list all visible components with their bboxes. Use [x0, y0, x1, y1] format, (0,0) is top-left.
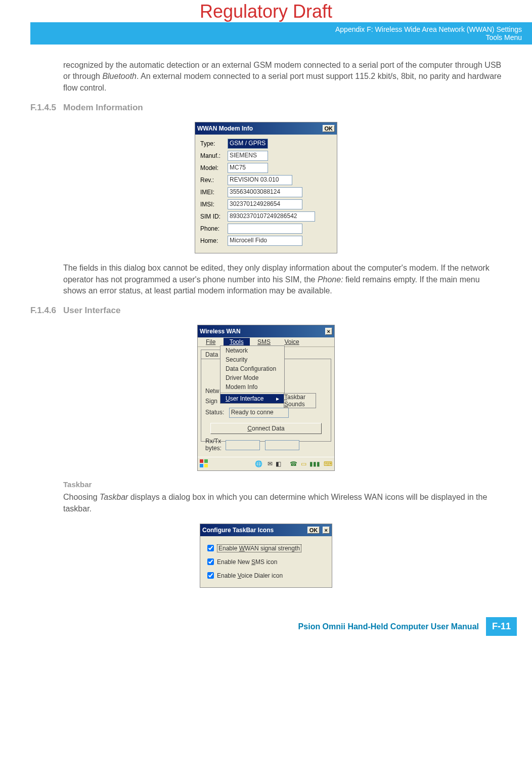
- dialog-title: Wireless WAN: [200, 328, 241, 335]
- taskbar-heading: Taskbar: [63, 480, 502, 489]
- checkbox[interactable]: [207, 572, 214, 579]
- checkbox-row: Enable New SMS icon: [205, 557, 327, 567]
- checkbox-label: Enable Voice Dialer icon: [217, 572, 283, 579]
- label-rxtx: Rx/Tx bytes:: [205, 438, 226, 451]
- titlebar: Wireless WAN ×: [198, 325, 334, 337]
- field-label: SIM ID:: [200, 213, 228, 220]
- regulatory-draft-banner: Regulatory Draft: [0, 0, 532, 22]
- menu-voice[interactable]: Voice: [278, 338, 305, 346]
- menu-item[interactable]: Network: [220, 346, 284, 355]
- header-line2: Tools Menu: [30, 33, 522, 41]
- close-button[interactable]: ×: [325, 328, 332, 335]
- field-label: IMSI:: [200, 201, 228, 208]
- header-line1: Appendix F: Wireless Wide Area Network (…: [30, 25, 522, 33]
- system-tray: 🌐 ✉ ◧ ☎ ▭ ▮▮▮ ⌨: [255, 460, 332, 467]
- checkbox-label: Enable WWAN signal strength: [217, 544, 301, 552]
- footer-text: Psion Omnii Hand-Held Computer User Manu…: [298, 622, 479, 631]
- checkbox-row: Enable Voice Dialer icon: [205, 571, 327, 580]
- titlebar: Configure TaskBar Icons OK ×: [200, 524, 332, 536]
- wwan-modem-info-dialog: WWAN Modem Info OK Type:GSM / GPRSManuf.…: [195, 122, 337, 253]
- close-button[interactable]: ×: [323, 527, 330, 534]
- checkbox[interactable]: [207, 545, 214, 551]
- battery-icon[interactable]: ▭: [301, 460, 306, 467]
- modem-desc: The fields in this dialog box cannot be …: [63, 263, 502, 296]
- field-value: SIEMENS: [228, 151, 268, 161]
- submenu-taskbar[interactable]: Taskbar: [284, 394, 316, 401]
- field-label: Phone:: [200, 225, 228, 232]
- tab-data[interactable]: Data: [201, 350, 223, 359]
- section-title: User Interface: [63, 306, 120, 316]
- section-f146: F.1.4.6 User Interface: [30, 306, 502, 316]
- field-value: Microcell Fido: [228, 236, 302, 246]
- checkbox[interactable]: [207, 558, 214, 565]
- field-value: MC75: [228, 163, 268, 173]
- form-row: IMEI:355634003088124: [200, 187, 332, 197]
- page-header: Appendix F: Wireless Wide Area Network (…: [30, 22, 532, 45]
- ok-button[interactable]: OK: [307, 527, 320, 534]
- page-number: F-11: [486, 617, 517, 636]
- rx-value: [226, 440, 260, 450]
- menu-item[interactable]: Security: [220, 355, 284, 364]
- field-value: GSM / GPRS: [228, 139, 268, 149]
- menu-item[interactable]: Modem Info: [220, 382, 284, 392]
- label-network: Netw: [205, 387, 219, 395]
- caps-icon[interactable]: ⌨: [324, 460, 332, 467]
- field-label: Home:: [200, 237, 228, 244]
- svg-rect-3: [204, 464, 208, 467]
- form-row: Manuf.:SIEMENS: [200, 151, 332, 161]
- configure-taskbar-dialog: Configure TaskBar Icons OK × Enable WWAN…: [200, 524, 332, 588]
- tx-value: [265, 440, 299, 450]
- form-row: Rev.:REVISION 03.010: [200, 175, 332, 185]
- wireless-wan-dialog: Wireless WAN × File Tools SMS Voice Data…: [197, 325, 335, 471]
- field-value: 89302370107249286542: [228, 211, 315, 222]
- field-label: Type:: [200, 140, 228, 147]
- start-icon[interactable]: [200, 459, 208, 469]
- menu-tools[interactable]: Tools: [224, 338, 250, 346]
- form-row: IMSI:302370124928654: [200, 199, 332, 209]
- titlebar: WWAN Modem Info OK: [195, 122, 337, 135]
- menu-item[interactable]: Data Configuration: [220, 364, 284, 373]
- field-value: REVISION 03.010: [228, 175, 292, 185]
- user-interface-submenu: Taskbar Sounds: [284, 393, 316, 408]
- globe-icon[interactable]: 🌐: [255, 460, 262, 467]
- mail-icon[interactable]: ✉: [268, 460, 273, 467]
- phone-icon[interactable]: ☎: [290, 460, 297, 467]
- menu-sms[interactable]: SMS: [251, 338, 277, 346]
- section-number: F.1.4.5: [30, 103, 63, 113]
- svg-rect-1: [204, 459, 208, 463]
- signal-icon[interactable]: ▮▮▮: [309, 460, 320, 467]
- form-row: Model:MC75: [200, 163, 332, 173]
- field-value: 355634003088124: [228, 187, 302, 197]
- submenu-sounds[interactable]: Sounds: [284, 401, 316, 408]
- section-number: F.1.4.6: [30, 306, 63, 316]
- field-value: [228, 224, 302, 234]
- dialog-title: WWAN Modem Info: [197, 125, 253, 132]
- form-row: Type:GSM / GPRS: [200, 139, 332, 149]
- connect-data-button[interactable]: Connect Data: [210, 423, 322, 434]
- checkbox-label: Enable New SMS icon: [217, 558, 277, 566]
- form-row: Home:Microcell Fido: [200, 236, 332, 246]
- device-icon[interactable]: ◧: [276, 460, 281, 467]
- form-row: Phone:: [200, 224, 332, 234]
- menu-item-user-interface[interactable]: User Interface▸: [220, 394, 284, 403]
- menu-file[interactable]: File: [200, 338, 221, 346]
- section-f145: F.1.4.5 Modem Information: [30, 103, 502, 113]
- tools-dropdown: NetworkSecurityData ConfigurationDriver …: [220, 346, 285, 404]
- section-title: Modem Information: [63, 103, 143, 113]
- taskbar: 🌐 ✉ ◧ ☎ ▭ ▮▮▮ ⌨: [198, 457, 334, 470]
- label-status: Status:: [205, 409, 224, 416]
- field-label: Model:: [200, 164, 228, 171]
- field-label: IMEI:: [200, 189, 228, 196]
- status-value: Ready to conne: [229, 408, 289, 418]
- field-value: 302370124928654: [228, 199, 302, 209]
- form-row: SIM ID:89302370107249286542: [200, 211, 332, 222]
- ok-button[interactable]: OK: [323, 125, 335, 132]
- page-footer: Psion Omnii Hand-Held Computer User Manu…: [0, 597, 532, 646]
- svg-rect-2: [200, 464, 203, 467]
- menu-item[interactable]: Driver Mode: [220, 373, 284, 382]
- intro-paragraph: recognized by the automatic detection or…: [63, 60, 502, 94]
- svg-rect-0: [200, 459, 203, 463]
- field-label: Manuf.:: [200, 152, 228, 159]
- dialog-title: Configure TaskBar Icons: [202, 527, 274, 534]
- field-label: Rev.:: [200, 177, 228, 184]
